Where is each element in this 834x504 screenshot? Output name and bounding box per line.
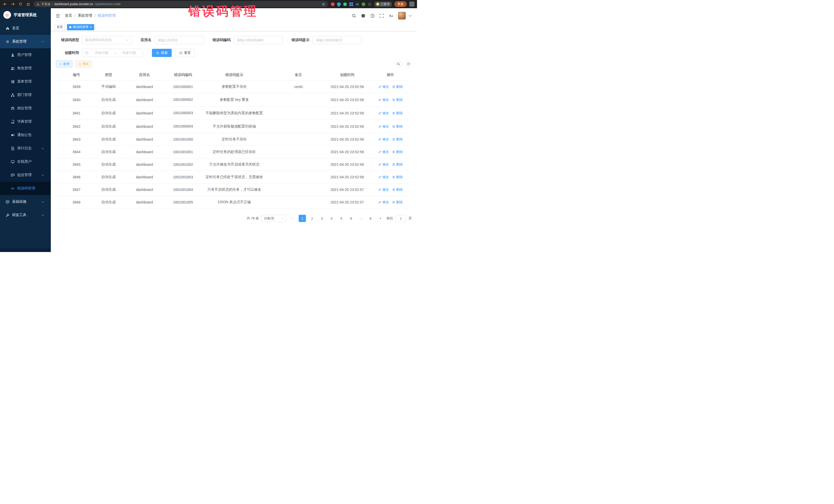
delete-link[interactable]: 删除 [392,200,403,204]
sidebar-item-home[interactable]: 首页 [0,22,51,35]
page-button-6[interactable]: 6 [348,215,355,222]
delete-link[interactable]: 删除 [392,150,403,154]
sidebar-item-error-code[interactable]: 错误码管理 [0,182,51,195]
fullscreen-icon[interactable] [379,14,384,18]
breadcrumb-item[interactable]: 系统管理 [78,13,92,18]
extension-paw-icon[interactable] [368,2,372,6]
breadcrumb-item: 错误码管理 [98,13,116,18]
sidebar-item-post[interactable]: 岗位管理 [0,102,51,115]
sidebar-item-notice[interactable]: 通知公告 [0,128,51,141]
more-pages-button[interactable]: ··· [357,215,365,222]
sidebar-item-sms[interactable]: 短信管理 [0,168,51,182]
reset-button[interactable]: 重置 [175,49,195,57]
edit-link[interactable]: 修改 [378,162,389,167]
edit-link[interactable]: 修改 [378,150,389,154]
sidebar-item-infra[interactable]: 基础设施 [0,195,51,209]
delete-link[interactable]: 删除 [392,97,403,102]
back-icon[interactable] [3,2,8,6]
chevron-down-icon [126,39,129,42]
close-icon[interactable]: × [90,25,92,29]
sidebar-item-online-user[interactable]: 在线用户 [0,155,51,168]
sidebar: 芋道管理系统 首页系统管理用户管理角色管理菜单管理部门管理岗位管理字典管理通知公… [0,8,51,252]
delete-link[interactable]: 删除 [392,162,403,167]
edit-link[interactable]: 修改 [378,200,389,204]
page-button-3[interactable]: 3 [318,215,325,222]
sidebar-item-dev-tool[interactable]: 研发工具 [0,209,51,222]
breadcrumb-item[interactable]: 首页 [65,13,72,18]
chevron-down-icon [41,174,44,177]
edit-link[interactable]: 修改 [378,84,389,89]
page-size-select[interactable]: 10条/页 [262,215,286,222]
delete-link[interactable]: 删除 [392,111,403,115]
export-button[interactable]: 导出 [75,61,92,67]
dept-icon [11,93,15,97]
sidebar-item-menu[interactable]: 菜单管理 [0,75,51,88]
bookmark-star-icon[interactable] [322,3,325,6]
extension-leaf-icon[interactable] [361,2,366,6]
toggle-search-button[interactable] [395,61,402,67]
update-button[interactable]: 更新 [394,1,407,7]
sidebar-item-dict[interactable]: 字典管理 [0,115,51,128]
hamburger-icon[interactable] [56,13,60,18]
help-icon[interactable] [370,14,375,18]
page-button-2[interactable]: 2 [308,215,316,222]
sidebar-item-system[interactable]: 系统管理 [0,35,51,48]
tab-home[interactable]: 首页 [54,24,65,30]
cell-code: 1001000001 [169,81,197,93]
logo[interactable]: 芋道管理系统 [0,8,51,22]
delete-link[interactable]: 删除 [392,124,403,129]
paused-badge[interactable]: 已暂停 [374,2,392,7]
forward-icon[interactable] [10,2,15,6]
reload-icon[interactable] [18,2,23,6]
date-range-picker[interactable]: 开始日期 - 结束日期 [82,49,143,57]
avatar[interactable] [398,12,406,20]
edit-icon [378,150,381,153]
home-browser-icon[interactable] [26,2,31,6]
delete-link[interactable]: 删除 [392,187,403,192]
extension-blue-grid-icon[interactable] [349,2,353,6]
page-button-4[interactable]: 4 [328,215,335,222]
refresh-table-button[interactable] [405,61,412,67]
delete-link[interactable]: 删除 [392,84,403,89]
delete-link[interactable]: 删除 [392,137,403,141]
sidebar-item-role[interactable]: 角色管理 [0,62,51,75]
browser-profile-icon[interactable] [409,2,414,7]
search-button[interactable]: 搜索 [152,49,172,57]
edit-link[interactable]: 修改 [378,187,389,192]
url-path: /system/error-code [95,2,120,6]
extension-green-v-icon[interactable]: V [343,2,347,6]
edit-icon [378,98,381,101]
sidebar-collapse-bar[interactable] [0,248,51,252]
tab-error-code[interactable]: 错误码管理× [67,24,94,30]
edit-link[interactable]: 修改 [378,124,389,129]
cell-app: dashboard [120,133,169,146]
goto-page-input[interactable] [396,215,406,222]
error-code-input[interactable] [234,36,283,44]
extension-teal-drop-icon[interactable] [336,1,342,7]
error-type-placeholder: 请选择错误码类型 [85,38,112,42]
next-page-button[interactable] [377,215,384,222]
page-button-1[interactable]: 1 [299,215,306,222]
font-size-icon[interactable] [389,14,393,18]
address-bar[interactable]: 不安全 dashboard.yudao.iocoder.cn/system/er… [34,1,328,7]
app-name-input[interactable] [154,36,204,44]
delete-link[interactable]: 删除 [392,175,403,179]
error-hint-input[interactable] [312,36,362,44]
sidebar-item-dept[interactable]: 部门管理 [0,88,51,102]
github-icon[interactable] [361,14,366,18]
page-button-8[interactable]: 8 [367,215,374,222]
edit-link[interactable]: 修改 [378,137,389,141]
search-icon[interactable] [352,14,356,18]
add-button[interactable]: 新增 [56,61,72,67]
sidebar-item-user[interactable]: 用户管理 [0,48,51,62]
page-button-5[interactable]: 5 [338,215,345,222]
extension-dark-on-icon[interactable]: on [355,2,359,6]
prev-page-button[interactable] [289,215,296,222]
edit-link[interactable]: 修改 [378,175,389,179]
error-type-select[interactable]: 请选择错误码类型 [82,36,132,44]
extension-red-icon[interactable] [331,2,335,6]
sidebar-item-label: 短信管理 [17,173,31,177]
edit-link[interactable]: 修改 [378,111,389,115]
sidebar-item-audit-log[interactable]: 审计日志 [0,141,51,155]
edit-link[interactable]: 修改 [378,97,389,102]
